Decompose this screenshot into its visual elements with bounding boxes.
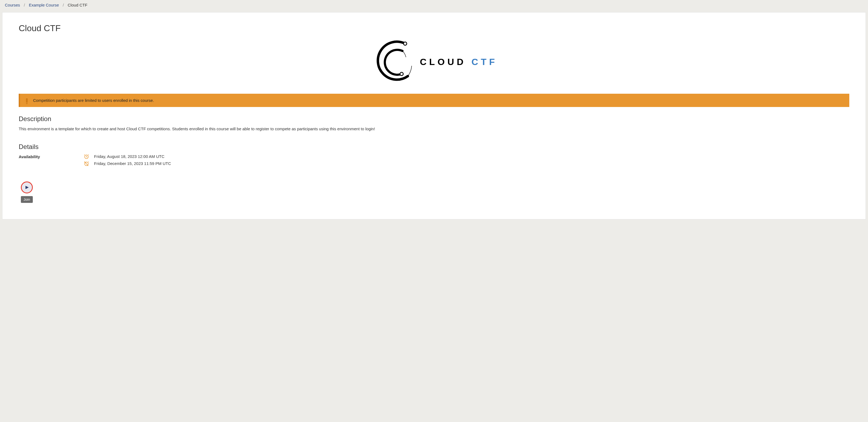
svg-point-1 [400,72,403,75]
logo-text-black: CLOUD [420,57,466,67]
play-icon [26,186,29,189]
join-tooltip: Join [21,196,33,203]
availability-values: Friday, August 18, 2023 12:00 AM UTC Fri… [84,154,849,168]
breadcrumb-separator: / [24,3,25,7]
availability-label: Availability [19,154,84,168]
availability-start-text: Friday, August 18, 2023 12:00 AM UTC [94,154,164,159]
svg-marker-5 [26,186,29,189]
exclamation-icon [26,98,28,103]
breadcrumb-separator: / [63,3,64,7]
join-section: Join [21,182,33,203]
availability-end-text: Friday, December 15, 2023 11:59 PM UTC [94,161,171,166]
svg-point-0 [404,42,407,45]
description-text: This environment is a template for which… [19,126,849,132]
breadcrumb: Courses / Example Course / Cloud CTF [0,0,868,10]
breadcrumb-link-example-course[interactable]: Example Course [29,3,59,7]
alert-banner: Competition participants are limited to … [19,94,849,107]
cloud-ctf-logo: CLOUD CTF [370,39,497,85]
alarm-off-icon [84,161,89,166]
description-heading: Description [19,115,849,123]
details-heading: Details [19,143,849,151]
logo-text-blue: CTF [471,57,498,67]
main-card: Cloud CTF CLOUD CTF [2,12,866,219]
logo-text: CLOUD CTF [420,57,497,67]
logo-c-icon [370,39,416,85]
page-title: Cloud CTF [19,23,849,33]
breadcrumb-current: Cloud CTF [68,3,88,7]
logo-container: CLOUD CTF [19,39,849,86]
breadcrumb-link-courses[interactable]: Courses [5,3,20,7]
details-row-availability: Availability Friday, August 18, 2023 12:… [19,154,849,168]
alert-message: Competition participants are limited to … [33,98,154,103]
alarm-on-icon [84,154,89,159]
availability-start-line: Friday, August 18, 2023 12:00 AM UTC [84,154,849,159]
join-button[interactable] [21,182,33,193]
availability-end-line: Friday, December 15, 2023 11:59 PM UTC [84,161,849,166]
